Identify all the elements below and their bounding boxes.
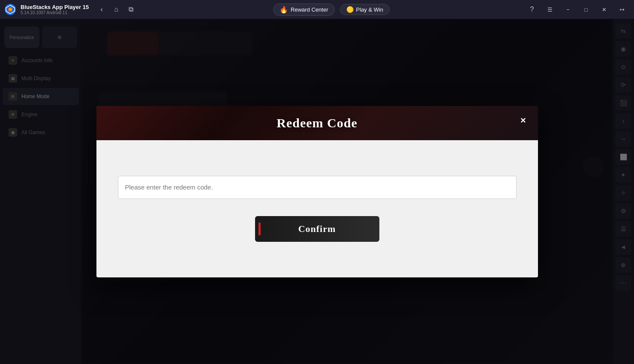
modal-overlay: Redeem Code × Confirm xyxy=(0,19,634,364)
redeem-code-input[interactable] xyxy=(118,176,517,199)
confirm-button[interactable]: Confirm xyxy=(255,216,379,242)
play-win-label: Play & Win xyxy=(356,6,384,13)
title-bar-center: 🔥 Reward Center 🟡 Play & Win xyxy=(137,3,526,16)
main-content: Personalize ⚙ ≡ Accounts Info ▦ Multi Di… xyxy=(0,19,634,364)
window-controls: ☰ − □ ✕ ↦ xyxy=(541,3,631,16)
modal-header: Redeem Code × xyxy=(96,106,538,140)
back-button[interactable]: ‹ xyxy=(96,3,108,15)
reward-center-label: Reward Center xyxy=(291,6,328,13)
home-button[interactable]: ⌂ xyxy=(110,3,122,15)
nav-buttons: ‹ ⌂ ⧉ xyxy=(96,3,137,15)
title-bar: BlueStacks App Player 15 5.14.10.1007 An… xyxy=(0,0,634,19)
help-button[interactable]: ? xyxy=(526,3,538,15)
expand-button[interactable]: ↦ xyxy=(613,3,631,16)
maximize-button[interactable]: □ xyxy=(577,3,595,16)
app-name: BlueStacks App Player 15 xyxy=(21,4,89,10)
tabs-button[interactable]: ⧉ xyxy=(125,3,137,15)
app-version: 5.14.10.1007 Android 11 xyxy=(21,10,89,15)
menu-button[interactable]: ☰ xyxy=(541,3,559,16)
button-accent xyxy=(258,223,261,235)
play-win-button[interactable]: 🟡 Play & Win xyxy=(340,4,390,15)
confirm-label: Confirm xyxy=(298,223,336,235)
modal-title: Redeem Code xyxy=(276,116,357,130)
fire-icon: 🔥 xyxy=(279,6,288,14)
redeem-code-modal: Redeem Code × Confirm xyxy=(96,106,538,277)
app-logo xyxy=(3,3,17,16)
minimize-button[interactable]: − xyxy=(559,3,577,16)
close-button[interactable]: ✕ xyxy=(595,3,613,16)
reward-center-button[interactable]: 🔥 Reward Center xyxy=(273,3,334,16)
modal-close-button[interactable]: × xyxy=(516,113,531,128)
coin-icon: 🟡 xyxy=(346,6,354,13)
modal-body: Confirm xyxy=(96,140,538,277)
app-info: BlueStacks App Player 15 5.14.10.1007 An… xyxy=(21,4,89,15)
title-bar-actions: ? xyxy=(526,3,538,15)
svg-point-3 xyxy=(9,8,12,11)
